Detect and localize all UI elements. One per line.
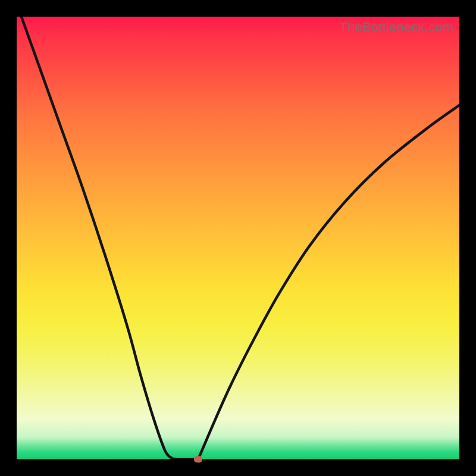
curve-path bbox=[17, 17, 459, 459]
bottleneck-curve bbox=[17, 17, 459, 459]
plot-area: TheBottleneck.com bbox=[17, 17, 459, 459]
optimal-point-marker bbox=[194, 456, 202, 463]
chart-frame: TheBottleneck.com bbox=[0, 0, 476, 476]
